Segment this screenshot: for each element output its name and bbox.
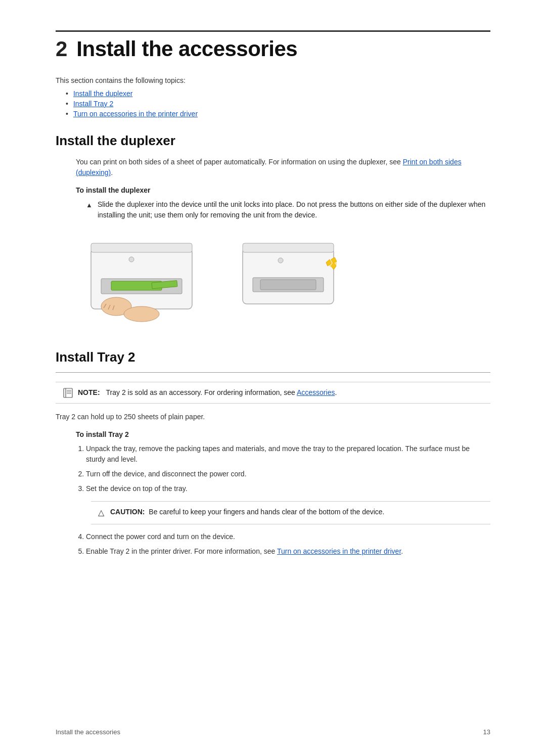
tray2-steps-after-caution: Connect the power cord and turn on the d… bbox=[86, 531, 490, 557]
toc-link-duplexer[interactable]: Install the duplexer bbox=[73, 90, 133, 98]
tray2-step-3: Set the device on top of the tray. bbox=[86, 483, 490, 494]
printer-illustration-2 bbox=[233, 238, 344, 329]
tray2-section: Install Tray 2 NOTE: Tray 2 is sold as a… bbox=[56, 349, 490, 557]
svg-rect-12 bbox=[243, 243, 334, 252]
intro-text: This section contains the following topi… bbox=[56, 76, 490, 84]
toc-link-accessories[interactable]: Turn on accessories in the printer drive… bbox=[73, 110, 198, 118]
caution-text: Be careful to keep your fingers and hand… bbox=[149, 508, 384, 516]
tray2-steps: Unpack the tray, remove the packing tape… bbox=[86, 443, 490, 494]
accessories-link[interactable]: Accessories bbox=[297, 388, 335, 396]
printer-illustration-area bbox=[76, 233, 490, 334]
tray2-step-4: Connect the power cord and turn on the d… bbox=[86, 531, 490, 542]
toc-link-tray2[interactable]: Install Tray 2 bbox=[73, 100, 113, 108]
svg-point-19 bbox=[329, 259, 337, 268]
caution-label: CAUTION: bbox=[110, 508, 145, 516]
caution-box: △ CAUTION: Be careful to keep your finge… bbox=[91, 501, 490, 524]
footer-section: Install the accessories bbox=[56, 728, 120, 736]
toc-item-accessories[interactable]: Turn on accessories in the printer drive… bbox=[66, 110, 490, 118]
note-box: NOTE: Tray 2 is sold as an accessory. Fo… bbox=[56, 382, 490, 404]
printer-illustration-1 bbox=[76, 233, 207, 334]
triangle-bullet-icon: ▲ bbox=[86, 200, 93, 210]
page-number: 13 bbox=[483, 728, 490, 736]
chapter-title: Install the accessories bbox=[76, 37, 297, 61]
tray2-step-5: Enable Tray 2 in the printer driver. For… bbox=[86, 546, 490, 557]
duplexer-section: Install the duplexer You can print on bo… bbox=[56, 133, 490, 334]
install-tray2-heading: To install Tray 2 bbox=[76, 430, 490, 438]
tray2-step-2: Turn off the device, and disconnect the … bbox=[86, 469, 490, 479]
caution-triangle-icon: △ bbox=[98, 507, 104, 519]
tray2-section-title: Install Tray 2 bbox=[56, 349, 490, 365]
note-text: Tray 2 is sold as an accessory. For orde… bbox=[106, 387, 337, 398]
tray2-step-1: Unpack the tray, remove the packing tape… bbox=[86, 443, 490, 465]
duplexer-body: You can print on both sides of a sheet o… bbox=[76, 157, 490, 178]
svg-rect-11 bbox=[243, 248, 334, 304]
toc-item-tray2[interactable]: Install Tray 2 bbox=[66, 100, 490, 108]
install-duplexer-heading: To install the duplexer bbox=[76, 186, 490, 194]
svg-rect-20 bbox=[64, 388, 72, 397]
page-footer: Install the accessories 13 bbox=[0, 728, 546, 736]
tray2-capacity: Tray 2 can hold up to 250 sheets of plai… bbox=[56, 412, 490, 422]
svg-point-15 bbox=[278, 258, 283, 263]
svg-point-4 bbox=[129, 257, 134, 262]
note-label: NOTE: bbox=[78, 387, 100, 398]
chapter-header: 2 Install the accessories bbox=[56, 30, 490, 61]
duplexer-instruction: ▲ Slide the duplexer into the device unt… bbox=[86, 199, 490, 220]
svg-rect-14 bbox=[260, 280, 316, 290]
svg-point-6 bbox=[124, 306, 159, 322]
toc-item-duplexer[interactable]: Install the duplexer bbox=[66, 90, 490, 98]
note-book-icon bbox=[63, 388, 74, 398]
turn-on-accessories-link[interactable]: Turn on accessories in the printer drive… bbox=[277, 547, 401, 555]
tray2-top-divider bbox=[56, 372, 490, 373]
note-icon: NOTE: bbox=[63, 387, 100, 398]
svg-rect-1 bbox=[91, 243, 192, 252]
toc-list: Install the duplexer Install Tray 2 Turn… bbox=[66, 90, 490, 118]
chapter-number: 2 bbox=[56, 37, 67, 61]
duplexer-section-title: Install the duplexer bbox=[56, 133, 490, 149]
